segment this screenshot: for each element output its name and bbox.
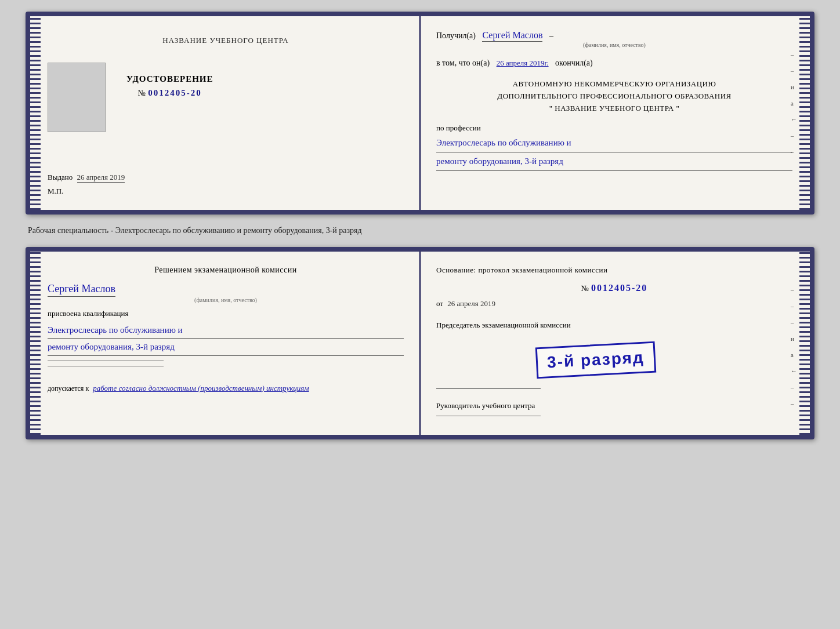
profession-block-top: Электрослесарь по обслуживанию и ремонту… bbox=[436, 135, 792, 171]
org-line1: АВТОНОМНУЮ НЕКОММЕРЧЕСКУЮ ОРГАНИЗАЦИЮ bbox=[436, 78, 792, 90]
margin-letter-5: ← bbox=[791, 116, 797, 123]
cert-number-prefix: № bbox=[138, 89, 146, 97]
date-prefix-top: в том, что он(а) bbox=[436, 59, 490, 67]
caption-text: Рабочая специальность - Электрослесарь п… bbox=[26, 225, 814, 237]
underline-top-2 bbox=[436, 170, 792, 171]
issued-date: 26 апреля 2019 bbox=[77, 173, 125, 183]
margin-letter-6: – bbox=[791, 132, 797, 139]
fio-label-bottom: (фамилия, имя, отчество) bbox=[48, 297, 404, 303]
margin-letter-b5: а bbox=[791, 351, 797, 358]
cert-title: УДОСТОВЕРЕНИЕ bbox=[126, 74, 213, 84]
protocol-date-block: от 26 апреля 2019 bbox=[436, 299, 792, 308]
decision-title: Решением экзаменационной комиссии bbox=[48, 266, 404, 275]
sig-line-2 bbox=[48, 366, 164, 366]
stamp-text: 3-й разряд bbox=[546, 348, 645, 372]
manager-label: Руководитель учебного центра bbox=[436, 401, 792, 411]
cert-number: 0012405-20 bbox=[148, 88, 202, 97]
received-prefix: Получил(а) bbox=[436, 31, 476, 40]
margin-letter-b7: – bbox=[791, 384, 797, 391]
org-block: АВТОНОМНУЮ НЕКОММЕРЧЕСКУЮ ОРГАНИЗАЦИЮ ДО… bbox=[436, 78, 792, 114]
top-document-card: НАЗВАНИЕ УЧЕБНОГО ЦЕНТРА УДОСТОВЕРЕНИЕ №… bbox=[26, 12, 814, 214]
margin-letter-7: – bbox=[791, 148, 797, 155]
underline-top-1 bbox=[436, 152, 792, 152]
photo-placeholder bbox=[48, 63, 106, 132]
top-left-panel: НАЗВАНИЕ УЧЕБНОГО ЦЕНТРА УДОСТОВЕРЕНИЕ №… bbox=[30, 16, 420, 210]
margin-letter-b2: – bbox=[791, 303, 797, 310]
manager-sig-line bbox=[436, 416, 541, 416]
date-suffix-top: окончил(а) bbox=[555, 59, 593, 67]
margin-letter-2: – bbox=[791, 67, 797, 74]
top-right-panel: Получил(а) Сергей Маслов – (фамилия, имя… bbox=[420, 16, 810, 210]
qualification-label: присвоена квалификация bbox=[48, 309, 404, 318]
margin-letter-1: – bbox=[791, 51, 797, 58]
right-margin-letters-bottom: – – – и а ← – – bbox=[791, 286, 797, 407]
qual-line1: Электрослесарь по обслуживанию и bbox=[48, 322, 404, 339]
org-line2: ДОПОЛНИТЕЛЬНОГО ПРОФЕССИОНАЛЬНОГО ОБРАЗО… bbox=[436, 90, 792, 103]
sig-line-1 bbox=[48, 361, 164, 361]
margin-letter-b4: и bbox=[791, 335, 797, 342]
margin-letter-b1: – bbox=[791, 286, 797, 293]
margin-letter-3: и bbox=[791, 83, 797, 90]
school-name-top: НАЗВАНИЕ УЧЕБНОГО ЦЕНТРА bbox=[48, 36, 404, 45]
margin-letter-b6: ← bbox=[791, 368, 797, 375]
margin-letter-4: а bbox=[791, 100, 797, 107]
basis-label: Основание: протокол экзаменационной коми… bbox=[436, 266, 792, 275]
allow-text: работе согласно должностным (производств… bbox=[93, 384, 309, 392]
date-value-top: 26 апреля 2019г. bbox=[497, 59, 549, 67]
dash-top: – bbox=[549, 31, 553, 40]
right-binding-top bbox=[799, 16, 810, 210]
date-value-bottom: 26 апреля 2019 bbox=[447, 299, 495, 308]
org-line3: " НАЗВАНИЕ УЧЕБНОГО ЦЕНТРА " bbox=[436, 103, 792, 115]
cert-title-block: УДОСТОВЕРЕНИЕ № 0012405-20 bbox=[126, 63, 213, 98]
profession-line1-top: Электрослесарь по обслуживанию и bbox=[436, 138, 571, 147]
qualification-block: Электрослесарь по обслуживанию и ремонту… bbox=[48, 322, 404, 356]
right-margin-letters-top: – – и а ← – – bbox=[791, 51, 797, 155]
allow-prefix: допускается к bbox=[48, 384, 89, 392]
received-line: Получил(а) Сергей Маслов – (фамилия, имя… bbox=[436, 30, 792, 48]
right-binding-bottom bbox=[799, 252, 810, 435]
profession-label-top: по профессии bbox=[436, 123, 792, 133]
margin-letter-b3: – bbox=[791, 319, 797, 326]
profession-line2-top: ремонту оборудования, 3-й разряд bbox=[436, 157, 563, 166]
bottom-right-panel: Основание: протокол экзаменационной коми… bbox=[420, 252, 810, 435]
qual-line2: ремонту оборудования, 3-й разряд bbox=[48, 339, 404, 356]
date-prefix-bottom: от bbox=[436, 299, 443, 308]
date-line-top: в том, что он(а) 26 апреля 2019г. окончи… bbox=[436, 59, 792, 68]
issued-label: Выдано bbox=[48, 173, 73, 181]
fio-label-top: (фамилия, имя, отчество) bbox=[436, 42, 792, 48]
mp-label: М.П. bbox=[48, 187, 404, 196]
chairman-sig-line bbox=[436, 388, 541, 389]
person-name-bottom: Сергей Маслов bbox=[48, 283, 115, 297]
issued-line: Выдано 26 апреля 2019 bbox=[48, 173, 404, 182]
chairman-label: Председатель экзаменационной комиссии bbox=[436, 320, 792, 330]
received-name: Сергей Маслов bbox=[482, 30, 542, 42]
protocol-number: 0012405-20 bbox=[591, 283, 647, 293]
stamp-box: 3-й разряд bbox=[535, 341, 656, 379]
bottom-document-card: Решением экзаменационной комиссии Сергей… bbox=[26, 247, 814, 439]
allow-block: допускается к работе согласно должностны… bbox=[48, 384, 404, 393]
margin-letter-b8: – bbox=[791, 400, 797, 407]
bottom-left-panel: Решением экзаменационной комиссии Сергей… bbox=[30, 252, 420, 435]
page-wrapper: НАЗВАНИЕ УЧЕБНОГО ЦЕНТРА УДОСТОВЕРЕНИЕ №… bbox=[12, 12, 828, 439]
number-prefix-bottom: № bbox=[581, 284, 589, 293]
